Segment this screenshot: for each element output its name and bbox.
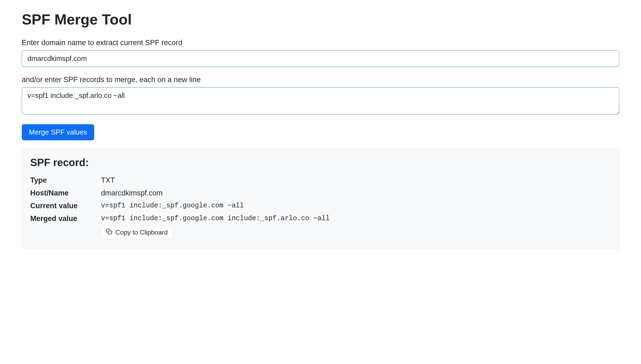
- record-row-type: Type TXT: [30, 176, 611, 185]
- record-row-merged: Merged value v=spf1 include:_spf.google.…: [30, 214, 611, 239]
- page-title: SPF Merge Tool: [22, 11, 619, 28]
- result-heading: SPF record:: [30, 157, 611, 169]
- copy-to-clipboard-button[interactable]: Copy to Clipboard: [101, 226, 173, 239]
- domain-input[interactable]: [22, 50, 619, 67]
- record-value-current: v=spf1 include:_spf.google.com ~all: [101, 202, 244, 210]
- record-value-host: dmarcdkimspf.com: [101, 189, 163, 197]
- domain-input-label: Enter domain name to extract current SPF…: [22, 39, 619, 47]
- record-label-type: Type: [30, 176, 101, 185]
- record-value-merged: v=spf1 include:_spf.google.com include:_…: [101, 214, 330, 222]
- record-row-current: Current value v=spf1 include:_spf.google…: [30, 202, 611, 210]
- record-value-type: TXT: [101, 176, 115, 185]
- copy-icon: [106, 229, 112, 236]
- record-label-host: Host/Name: [30, 189, 101, 197]
- svg-rect-0: [108, 231, 112, 234]
- record-label-current: Current value: [30, 202, 101, 210]
- result-card: SPF record: Type TXT Host/Name dmarcdkim…: [22, 148, 619, 249]
- records-textarea[interactable]: v=spf1 include:_spf.arlo.co ~all: [22, 87, 619, 114]
- record-label-merged: Merged value: [30, 214, 101, 223]
- copy-button-label: Copy to Clipboard: [115, 229, 168, 236]
- record-row-host: Host/Name dmarcdkimspf.com: [30, 189, 611, 197]
- merge-button[interactable]: Merge SPF values: [22, 124, 94, 140]
- records-textarea-label: and/or enter SPF records to merge, each …: [22, 76, 619, 84]
